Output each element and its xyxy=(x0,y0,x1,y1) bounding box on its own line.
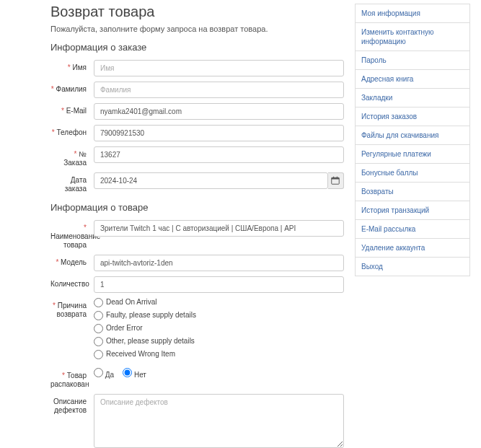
opened-radio-group: Да Нет xyxy=(94,368,344,379)
section-order-info: Информация о заказе xyxy=(50,42,344,53)
label-firstname: Имя xyxy=(50,60,94,72)
reason-option-0[interactable]: Dead On Arrival xyxy=(94,298,344,307)
email-input[interactable] xyxy=(94,103,344,120)
opened-yes[interactable]: Да xyxy=(94,368,114,379)
page-intro: Пожалуйста, заполните форму запроса на в… xyxy=(50,25,344,33)
reason-option-3[interactable]: Other, please supply details xyxy=(94,337,344,346)
date-input[interactable] xyxy=(94,172,328,189)
product-input[interactable] xyxy=(94,220,344,237)
phone-input[interactable] xyxy=(94,125,344,141)
label-phone: Телефон xyxy=(50,125,94,137)
sidebar-item-returns[interactable]: Возвраты xyxy=(355,182,470,201)
sidebar-item-transactions[interactable]: История транзакций xyxy=(355,201,470,220)
page-title: Возврат товара xyxy=(50,4,344,20)
qty-input[interactable] xyxy=(94,276,344,293)
reason-option-4[interactable]: Received Wrong Item xyxy=(94,350,344,359)
reason-option-1[interactable]: Faulty, please supply details xyxy=(94,311,344,320)
sidebar-item-address-book[interactable]: Адресная книга xyxy=(355,69,470,89)
calendar-icon xyxy=(331,176,340,186)
label-product: Наименование товара xyxy=(50,220,94,250)
section-product-info: Информация о товаре xyxy=(50,202,344,213)
sidebar-item-logout[interactable]: Выход xyxy=(355,257,470,276)
order-id-input[interactable] xyxy=(94,146,344,163)
svg-rect-2 xyxy=(333,176,334,177)
sidebar-item-recurring[interactable]: Регулярные платежи xyxy=(355,144,470,164)
label-comment: Описание дефектов xyxy=(50,394,94,415)
label-email: E-Mail xyxy=(50,103,94,115)
sidebar-item-reward[interactable]: Бонусные баллы xyxy=(355,163,470,183)
calendar-button[interactable] xyxy=(328,172,344,189)
reason-radio-group: Dead On Arrival Faulty, please supply de… xyxy=(94,298,344,363)
reason-option-2[interactable]: Order Error xyxy=(94,324,344,333)
opened-no[interactable]: Нет xyxy=(123,368,146,379)
sidebar-item-order-history[interactable]: История заказов xyxy=(355,107,470,126)
label-order-id: № Заказа xyxy=(50,146,94,167)
svg-rect-1 xyxy=(332,177,340,179)
sidebar-item-downloads[interactable]: Файлы для скачивания xyxy=(355,126,470,145)
firstname-input[interactable] xyxy=(94,60,344,76)
sidebar-item-delete-account[interactable]: Удаление аккаунта xyxy=(355,238,470,258)
label-opened: Товар распакован xyxy=(50,368,94,389)
lastname-input[interactable] xyxy=(94,82,344,98)
label-qty: Количество xyxy=(50,276,94,289)
svg-rect-3 xyxy=(337,176,337,177)
label-lastname: Фамилия xyxy=(50,82,94,94)
sidebar-item-newsletter[interactable]: E-Mail рассылка xyxy=(355,219,470,239)
sidebar-item-wishlist[interactable]: Закладки xyxy=(355,88,470,107)
comment-textarea[interactable] xyxy=(94,394,344,448)
sidebar-item-edit-contact[interactable]: Изменить контактную информацию xyxy=(355,22,470,51)
label-model: Модель xyxy=(50,255,94,267)
sidebar-item-password[interactable]: Пароль xyxy=(355,50,470,70)
sidebar: Моя информация Изменить контактную инфор… xyxy=(355,4,470,448)
sidebar-item-my-info[interactable]: Моя информация xyxy=(355,4,470,23)
label-date: Дата заказа xyxy=(50,172,94,193)
model-input[interactable] xyxy=(94,255,344,271)
label-reason: Причина возврата xyxy=(50,298,94,319)
